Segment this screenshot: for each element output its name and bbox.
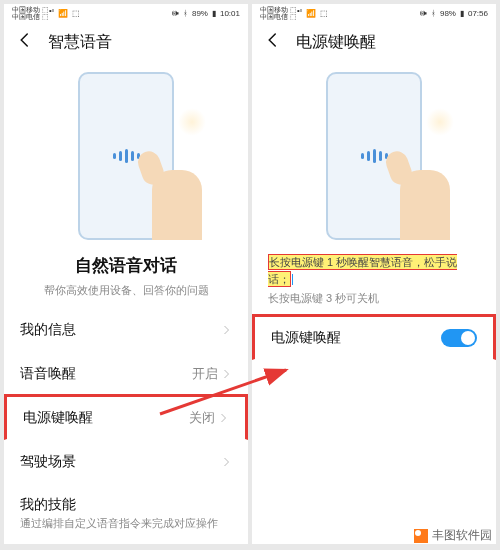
battery-icon: ▮ <box>460 9 464 18</box>
battery-icon: ▮ <box>212 9 216 18</box>
row-skills[interactable]: 我的技能 通过编排自定义语音指令来完成对应操作 <box>4 484 248 543</box>
wifi-icon: ⬚ <box>72 9 80 18</box>
clock: 10:01 <box>220 9 240 18</box>
hero-subtitle: 帮你高效使用设备、回答你的问题 <box>20 283 232 298</box>
carrier-2: 中国电信 ⬚ <box>12 13 54 20</box>
highlighted-text: 长按电源键 1 秒唤醒智慧语音，松手说话； <box>268 254 457 287</box>
phone-left: 中国移动 ⬚ₒₗₗ 中国电信 ⬚ 📶 ⬚ 🕪 ᚼ 89% ▮ 10:01 智慧语… <box>4 4 248 544</box>
carrier-1: 中国移动 ⬚ₒₗₗ <box>12 6 54 13</box>
status-bar: 中国移动 ⬚ₒₗₗ 中国电信 ⬚ 📶 ⬚ 🕪 ᚼ 98% ▮ 07:56 <box>252 4 496 22</box>
page-title: 电源键唤醒 <box>296 32 376 53</box>
row-label: 语音唤醒 <box>20 365 76 383</box>
clock: 07:56 <box>468 9 488 18</box>
wifi-icon: ⬚ <box>320 9 328 18</box>
hero-heading: 自然语音对话 <box>4 254 248 277</box>
chevron-right-icon <box>217 412 229 424</box>
sound-icon <box>113 149 140 163</box>
bt-icon: ᚼ <box>431 9 436 18</box>
chevron-right-icon <box>220 456 232 468</box>
text-cursor <box>292 274 293 285</box>
phone-right: 中国移动 ⬚ₒₗₗ 中国电信 ⬚ 📶 ⬚ 🕪 ᚼ 98% ▮ 07:56 电源键… <box>252 4 496 544</box>
chevron-right-icon <box>220 368 232 380</box>
toggle-switch[interactable] <box>441 329 477 347</box>
row-value: 开启 <box>192 365 218 383</box>
title-bar: 智慧语音 <box>4 22 248 62</box>
back-icon[interactable] <box>264 31 282 53</box>
sound-icon: 🕪 <box>419 9 427 18</box>
bt-icon: ᚼ <box>183 9 188 18</box>
secondary-note: 长按电源键 3 秒可关机 <box>268 291 480 306</box>
status-bar: 中国移动 ⬚ₒₗₗ 中国电信 ⬚ 📶 ⬚ 🕪 ᚼ 89% ▮ 10:01 <box>4 4 248 22</box>
row-label: 我的信息 <box>20 321 76 339</box>
logo-icon <box>414 529 428 543</box>
illustration <box>4 62 248 240</box>
row-power-wake-toggle[interactable]: 电源键唤醒 <box>252 314 496 360</box>
carrier-1: 中国移动 ⬚ₒₗₗ <box>260 6 302 13</box>
signal-icon: 📶 <box>306 9 316 18</box>
row-value: 关闭 <box>189 409 215 427</box>
watermark-text: 丰图软件园 <box>432 527 492 544</box>
row-voice-wake[interactable]: 语音唤醒 开启 <box>4 352 248 396</box>
sound-icon <box>361 149 388 163</box>
row-label: 我的技能 <box>20 496 76 514</box>
signal-icon: 📶 <box>58 9 68 18</box>
row-power-wake[interactable]: 电源键唤醒 关闭 <box>4 394 248 440</box>
row-desc: 通过编排自定义语音指令来完成对应操作 <box>20 516 218 530</box>
row-voice-control[interactable]: 语音控制呼叫 <box>4 543 248 544</box>
hand-graphic <box>144 130 204 240</box>
back-icon[interactable] <box>16 31 34 53</box>
battery-pct: 89% <box>192 9 208 18</box>
carrier-2: 中国电信 ⬚ <box>260 13 302 20</box>
chevron-right-icon <box>220 324 232 336</box>
row-my-info[interactable]: 我的信息 <box>4 308 248 352</box>
row-label: 驾驶场景 <box>20 453 76 471</box>
watermark: 丰图软件园 <box>414 527 492 544</box>
page-title: 智慧语音 <box>48 32 112 53</box>
row-drive[interactable]: 驾驶场景 <box>4 440 248 484</box>
battery-pct: 98% <box>440 9 456 18</box>
illustration <box>252 62 496 240</box>
title-bar: 电源键唤醒 <box>252 22 496 62</box>
sound-icon: 🕪 <box>171 9 179 18</box>
row-label: 电源键唤醒 <box>271 329 341 347</box>
hand-graphic <box>392 130 452 240</box>
row-label: 电源键唤醒 <box>23 409 93 427</box>
settings-list: 电源键唤醒 <box>252 314 496 360</box>
instruction-note: 长按电源键 1 秒唤醒智慧语音，松手说话； <box>268 254 480 287</box>
settings-list: 我的信息 语音唤醒 开启 电源键唤醒 关闭 驾驶场景 我的技能 通过编排自定义语… <box>4 308 248 544</box>
